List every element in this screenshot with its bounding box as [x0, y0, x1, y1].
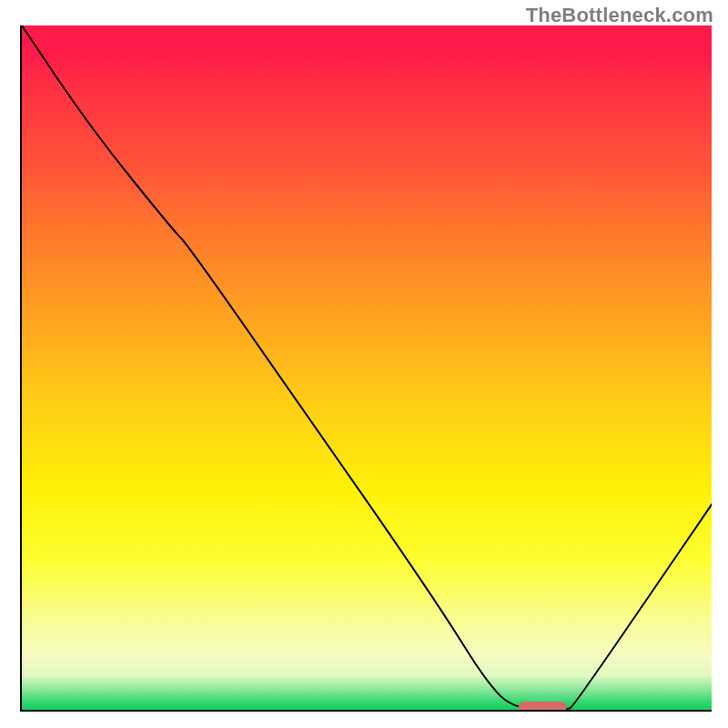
chart-svg [22, 25, 712, 710]
chart-area [20, 25, 712, 712]
watermark-text: TheBottleneck.com [526, 4, 713, 27]
bottleneck-curve [22, 25, 712, 710]
optimum-marker [519, 702, 567, 710]
